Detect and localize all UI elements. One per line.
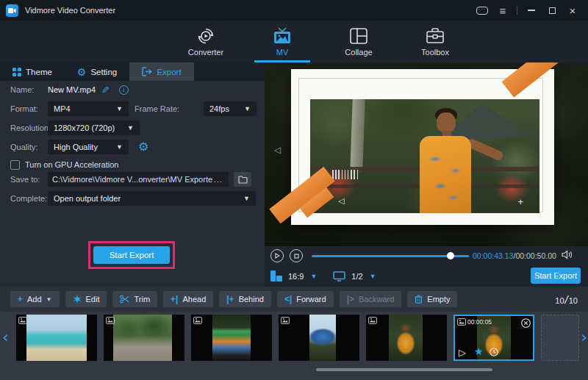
toolbox-icon: [426, 27, 445, 45]
count-total: 10: [569, 296, 578, 305]
complete-value: Open output folder: [54, 194, 121, 203]
photo-tree-trunk: [350, 99, 365, 171]
scissors-icon: [120, 295, 129, 304]
photo-man-head: [437, 112, 456, 133]
clip-play-icon[interactable]: ▷: [459, 347, 466, 358]
clip-duration: 00:00:05: [467, 318, 492, 326]
empty-clip-slot[interactable]: [541, 315, 579, 361]
progress-slider[interactable]: [312, 255, 469, 257]
image-icon: [18, 317, 27, 324]
timeline-clip-3[interactable]: [191, 315, 272, 361]
clip-effect-star-icon[interactable]: ★: [474, 345, 484, 357]
stop-button[interactable]: [290, 249, 303, 262]
ahead-button[interactable]: +| Ahead: [163, 291, 213, 307]
tab-toolbox[interactable]: Toolbox: [406, 21, 465, 62]
name-row: Name: New MV.mp4 ✎ i: [0, 82, 265, 97]
clip-duration-clock-icon[interactable]: [490, 348, 498, 356]
resolution-label: Resolution:: [10, 123, 51, 132]
clip-thumb-slide: [309, 315, 336, 361]
tab-export[interactable]: Export: [129, 62, 194, 81]
timeline-clip-6-selected[interactable]: 00:00:05 ▷ ★: [453, 315, 534, 361]
gpu-checkbox[interactable]: [10, 160, 20, 170]
count-separator: /: [565, 293, 568, 306]
quality-row: Quality: High Quality ▼ ⚙: [0, 140, 265, 154]
minimize-button[interactable]: [523, 3, 539, 18]
progress-thumb[interactable]: [447, 252, 454, 259]
timeline-clip-2[interactable]: [104, 315, 184, 361]
scroll-right-chevron-icon[interactable]: ›: [581, 329, 587, 345]
add-label: Add: [27, 295, 42, 304]
chevron-down-icon: ▼: [238, 105, 251, 112]
save-path-field[interactable]: C:\Vidmore\Vidmore V...onverter\MV Expor…: [48, 172, 229, 187]
preview-photo: ◁ +: [310, 99, 539, 213]
backward-button[interactable]: |> Backward: [340, 291, 402, 307]
tab-theme[interactable]: Theme: [0, 62, 65, 81]
behind-label: Behind: [239, 295, 264, 304]
resolution-value: 1280x720 (720p): [54, 123, 115, 132]
tab-converter[interactable]: Converter: [176, 21, 235, 62]
remove-clip-icon[interactable]: [521, 318, 531, 328]
tab-setting[interactable]: ⚙ Setting: [65, 62, 129, 81]
photo-play-decor: ◁: [338, 196, 344, 206]
edit-name-icon[interactable]: ✎: [101, 85, 110, 96]
browse-button[interactable]: ...: [212, 175, 224, 184]
aspect-ratio-dropdown[interactable]: ▼: [310, 273, 317, 280]
insert-ahead-icon: +|: [171, 295, 178, 304]
scroll-left-chevron-icon[interactable]: ‹: [2, 329, 9, 345]
chevron-down-icon: ▼: [110, 105, 123, 112]
frame-rate-label: Frame Rate:: [135, 104, 179, 113]
tab-collage[interactable]: Collage: [329, 21, 388, 62]
previous-slide-arrow[interactable]: ◁: [274, 145, 281, 155]
complete-dropdown[interactable]: Open output folder ▼: [48, 191, 256, 206]
photo-man-shirt: [420, 136, 471, 213]
close-button[interactable]: ×: [564, 3, 581, 18]
image-icon: [193, 317, 202, 324]
open-folder-button[interactable]: [234, 172, 251, 187]
edit-label: Edit: [86, 295, 100, 304]
preview-controls: 00:00:43.13/00:00:50.00 16:9 ▼ 1/2 ▼ Sta…: [265, 246, 588, 287]
edit-button[interactable]: Edit: [65, 291, 107, 307]
tab-mv[interactable]: MV: [253, 21, 312, 62]
aspect-ratio-value: 16:9: [288, 272, 304, 281]
tab-setting-label: Setting: [90, 68, 117, 76]
screen-page-value: 1/2: [351, 272, 362, 281]
save-path-value: C:\Vidmore\Vidmore V...onverter\MV Expor…: [52, 175, 212, 184]
ahead-label: Ahead: [182, 295, 206, 304]
maximize-button[interactable]: [544, 3, 560, 18]
start-export-button-preview[interactable]: Start Export: [531, 268, 581, 284]
forward-button[interactable]: <| Forward: [277, 291, 334, 307]
video-preview: ◁ ◁ +: [265, 62, 588, 246]
tab-converter-label: Converter: [188, 48, 223, 57]
plus-icon: +: [18, 295, 23, 304]
frame-rate-dropdown[interactable]: 24fps ▼: [204, 101, 257, 116]
backward-label: Backward: [359, 295, 394, 304]
play-button[interactable]: [270, 249, 284, 262]
screen-icon: [333, 271, 345, 282]
behind-button[interactable]: |+ Behind: [219, 291, 271, 307]
stop-icon: [294, 254, 299, 259]
format-label: Format:: [10, 104, 38, 113]
volume-button[interactable]: [562, 250, 573, 259]
empty-button[interactable]: Empty: [407, 291, 457, 307]
save-to-row: Save to: C:\Vidmore\Vidmore V...onverter…: [0, 172, 265, 187]
screen-page-dropdown[interactable]: ▼: [370, 273, 376, 280]
start-export-button[interactable]: Start Export: [93, 246, 170, 264]
time-current: 00:00:43.13: [473, 251, 513, 260]
save-to-label: Save to:: [10, 175, 40, 184]
quality-dropdown[interactable]: High Quality ▼: [48, 140, 129, 154]
quality-settings-gear-icon[interactable]: ⚙: [138, 141, 148, 153]
format-dropdown[interactable]: MP4 ▼: [48, 101, 129, 116]
timeline-scrollbar[interactable]: [316, 368, 492, 371]
menu-icon[interactable]: ≡: [495, 3, 511, 18]
chevron-down-icon: ▼: [121, 124, 134, 132]
timeline-clip-4[interactable]: [279, 315, 359, 361]
add-button[interactable]: + Add ▼: [10, 291, 60, 307]
timeline-clip-5[interactable]: [366, 315, 447, 361]
timeline-clip-1[interactable]: [16, 315, 97, 361]
name-label: Name:: [10, 85, 34, 94]
feedback-icon[interactable]: ···: [474, 3, 490, 18]
clip-thumb-beach: [26, 315, 87, 361]
info-icon[interactable]: i: [119, 85, 129, 95]
trim-button[interactable]: Trim: [112, 291, 157, 307]
resolution-dropdown[interactable]: 1280x720 (720p) ▼: [48, 121, 140, 135]
